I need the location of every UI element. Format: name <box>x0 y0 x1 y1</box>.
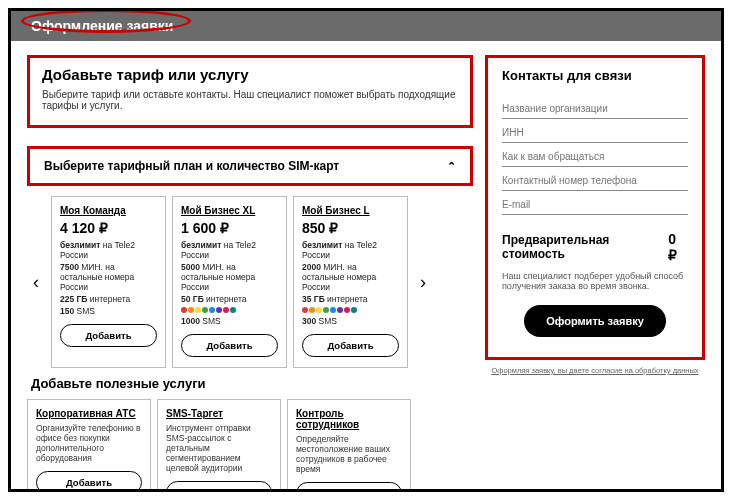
price-label: Предварительная стоимость <box>502 233 668 261</box>
plan-detail: 1000 SMS <box>181 316 278 326</box>
right-column: Контакты для связи Предварительная стоим… <box>485 55 705 492</box>
price-value: 0 ₽ <box>668 231 688 263</box>
service-name[interactable]: SMS-Таргет <box>166 408 272 419</box>
intro-text: Выберите тариф или оставьте контакты. На… <box>42 89 458 111</box>
plan-price: 1 600 ₽ <box>181 220 278 236</box>
dots-icon <box>181 307 278 313</box>
plan-card: Мой Бизнес XL1 600 ₽безлимит на Tele2 Ро… <box>172 196 287 368</box>
plan-detail: 5000 МИН. на остальные номера России <box>181 262 278 292</box>
services-title: Добавьте полезные услуги <box>31 376 473 391</box>
plan-name[interactable]: Мой Бизнес L <box>302 205 399 216</box>
service-card: Корпоративная АТСОрганизуйте телефонию в… <box>27 399 151 492</box>
phone-input[interactable] <box>502 167 688 191</box>
email-input[interactable] <box>502 191 688 215</box>
plan-detail: 2000 МИН. на остальные номера России <box>302 262 399 292</box>
name-input[interactable] <box>502 143 688 167</box>
agreement-note: Оформляя заявку, вы даете согласие на об… <box>485 366 705 375</box>
service-name[interactable]: Контроль сотрудников <box>296 408 402 430</box>
org-input[interactable] <box>502 95 688 119</box>
plan-detail: 50 ГБ интернета <box>181 294 278 304</box>
plan-card: Моя Команда4 120 ₽безлимит на Tele2 Росс… <box>51 196 166 368</box>
plan-price: 4 120 ₽ <box>60 220 157 236</box>
intro-section: Добавьте тариф или услугу Выберите тариф… <box>27 55 473 128</box>
plan-detail: 7500 МИН. на остальные номера России <box>60 262 157 292</box>
app-frame: Оформление заявки Добавьте тариф или усл… <box>8 8 724 492</box>
service-card: SMS-ТаргетИнструмент отправки SMS-рассыл… <box>157 399 281 492</box>
contact-panel: Контакты для связи Предварительная стоим… <box>485 55 705 360</box>
plan-name[interactable]: Мой Бизнес XL <box>181 205 278 216</box>
inn-input[interactable] <box>502 119 688 143</box>
plan-detail: безлимит на Tele2 России <box>302 240 399 260</box>
service-name[interactable]: Корпоративная АТС <box>36 408 142 419</box>
plan-price: 850 ₽ <box>302 220 399 236</box>
service-card: Контроль сотрудниковОпределяйте местопол… <box>287 399 411 492</box>
service-desc: Инструмент отправки SMS-рассылок с детал… <box>166 423 272 473</box>
plan-detail: 225 ГБ интернета <box>60 294 157 304</box>
left-column: Добавьте тариф или услугу Выберите тариф… <box>27 55 473 492</box>
contact-title: Контакты для связи <box>502 68 688 83</box>
tariff-accordion-header[interactable]: Выберите тарифный план и количество SIM-… <box>27 146 473 186</box>
services-row: Корпоративная АТСОрганизуйте телефонию в… <box>27 399 473 492</box>
add-plan-button[interactable]: Добавить <box>302 334 399 357</box>
chevron-up-icon: ⌃ <box>447 160 456 173</box>
service-desc: Организуйте телефонию в офисе без покупк… <box>36 423 142 463</box>
add-plan-button[interactable]: Добавить <box>60 324 157 347</box>
plan-detail: безлимит на Tele2 России <box>60 240 157 260</box>
accordion-title: Выберите тарифный план и количество SIM-… <box>44 159 339 173</box>
plan-detail: 150 SMS <box>60 306 157 316</box>
plan-detail: 35 ГБ интернета <box>302 294 399 304</box>
plan-name[interactable]: Моя Команда <box>60 205 157 216</box>
plan-detail: 300 SMS <box>302 316 399 326</box>
header-bar: Оформление заявки <box>11 11 721 41</box>
plan-card: Мой Бизнес L850 ₽безлимит на Tele2 Росси… <box>293 196 408 368</box>
submit-button[interactable]: Оформить заявку <box>524 305 666 337</box>
add-plan-button[interactable]: Добавить <box>181 334 278 357</box>
add-service-button[interactable]: Добавить <box>296 482 402 492</box>
intro-title: Добавьте тариф или услугу <box>42 66 458 83</box>
add-service-button[interactable]: Добавить <box>166 481 272 492</box>
carousel-next[interactable]: › <box>414 196 432 368</box>
add-service-button[interactable]: Добавить <box>36 471 142 492</box>
plan-detail: безлимит на Tele2 России <box>181 240 278 260</box>
carousel-prev[interactable]: ‹ <box>27 196 45 368</box>
plans-carousel: ‹ Моя Команда4 120 ₽безлимит на Tele2 Ро… <box>27 196 473 368</box>
service-desc: Определяйте местоположение ваших сотрудн… <box>296 434 402 474</box>
price-note: Наш специалист подберет удобный способ п… <box>502 271 688 291</box>
page-title: Оформление заявки <box>31 18 173 34</box>
dots-icon <box>302 307 399 313</box>
